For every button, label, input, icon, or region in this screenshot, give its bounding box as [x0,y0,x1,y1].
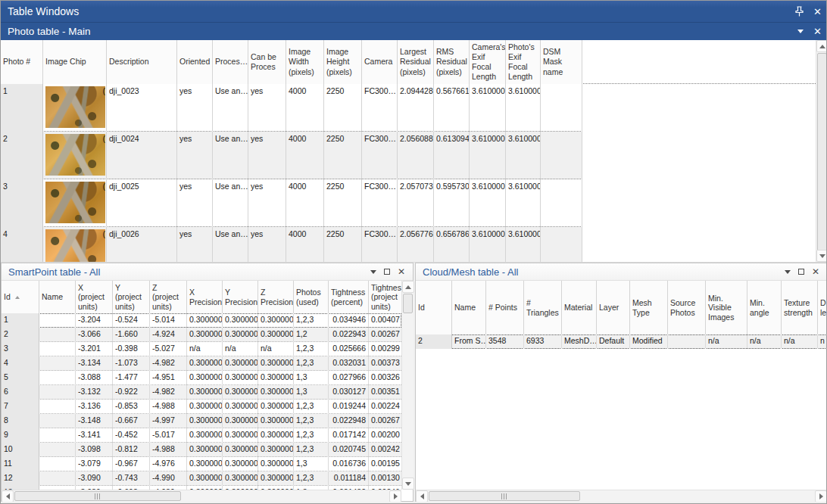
cell[interactable]: 3.610000 [506,84,541,132]
cell[interactable]: 0.300000 [223,313,258,328]
row-header[interactable]: 3 [1,179,43,227]
column-header[interactable]: Tightness (percent) [329,281,369,313]
maximize-icon[interactable] [798,269,804,275]
cell[interactable]: -4.951 [150,371,187,385]
cell[interactable]: 1,3 [294,457,329,471]
cell[interactable]: 0.00373 [369,356,401,371]
cell[interactable]: -3.132 [76,385,113,400]
cell[interactable]: 0.656786 [434,227,470,262]
column-header[interactable]: Min. angle [747,281,782,334]
cell[interactable]: 0.300000 [223,400,258,414]
cell[interactable]: 0.00351 [369,385,401,400]
cell[interactable]: 0.034946 [329,313,369,328]
cell[interactable]: 0.300000 [223,371,258,385]
cell[interactable]: 0.00130 [369,471,401,486]
cell[interactable]: 4000 [286,84,324,132]
cell[interactable]: 0.300000 [258,443,294,457]
cell[interactable]: 0.300000 [223,328,258,342]
row-header[interactable]: 9 [2,428,39,443]
cell[interactable]: -1.477 [113,371,150,385]
cell[interactable]: 0.300000 [223,428,258,443]
cell[interactable]: FC300… [362,84,398,132]
column-header[interactable]: Id [2,281,39,313]
column-header[interactable]: X Precision [187,281,223,313]
cell[interactable]: 1,2,3 [294,313,329,328]
scroll-thumb[interactable] [14,491,181,501]
scroll-thumb[interactable] [403,294,413,313]
row-header[interactable]: 5 [2,371,39,385]
cell[interactable]: 1,2,3 [294,443,329,457]
cell[interactable]: -0.967 [113,457,150,471]
cell[interactable]: 0.300000 [187,313,223,328]
cell[interactable]: 2.057073 [398,179,434,227]
row-header[interactable]: 4 [1,227,43,262]
chevron-down-icon[interactable] [785,270,791,274]
row-header[interactable]: 1 [2,313,39,328]
column-header[interactable]: Layer [597,281,630,334]
cell[interactable] [39,428,76,443]
column-header[interactable]: Y (project units) [113,281,150,313]
row-header[interactable]: 4 [2,356,39,371]
chevron-down-icon[interactable] [370,270,376,274]
column-header[interactable]: Oriented [177,40,213,84]
scroll-down-button[interactable] [402,478,414,490]
row-header[interactable]: 11 [2,457,39,471]
pin-icon[interactable] [795,6,804,17]
cell[interactable]: -0.398 [113,342,150,356]
scroll-thumb[interactable] [817,53,827,256]
column-header[interactable]: Proces… [213,40,248,84]
cell[interactable] [39,471,76,486]
cell[interactable]: 0.300000 [258,400,294,414]
cell[interactable]: 0.020745 [329,443,369,457]
cell[interactable]: n/a [706,334,747,349]
scroll-right-button[interactable] [389,490,401,502]
scroll-right-button[interactable] [815,490,827,502]
cell[interactable]: -3.148 [76,414,113,428]
cell[interactable]: -3.088 [76,371,113,385]
cell[interactable]: -4.976 [150,457,187,471]
cell[interactable]: 0.00242 [369,443,401,457]
cell[interactable]: -4.997 [150,414,187,428]
cell[interactable]: 0.00299 [369,342,401,356]
column-header[interactable]: # Triangles [524,281,562,334]
cell[interactable]: -3.141 [76,428,113,443]
column-header[interactable]: RMS Residual (pixels) [434,40,470,84]
row-header[interactable]: 1 [1,84,43,132]
cell[interactable]: 2250 [324,84,362,132]
cell[interactable] [668,334,706,349]
column-header[interactable]: Mesh Type [630,281,668,334]
cell[interactable]: Use an… [213,132,248,179]
column-header[interactable]: Image Chip [43,40,107,84]
cell[interactable]: -4.982 [150,356,187,371]
cell[interactable]: -5.017 [150,428,187,443]
cell[interactable]: 0.025666 [329,342,369,356]
cell[interactable]: -0.524 [113,313,150,328]
row-header[interactable]: 2 [1,132,43,179]
cell[interactable]: 0.300000 [258,328,294,342]
cell[interactable]: 0.300000 [258,385,294,400]
close-icon[interactable]: ✕ [398,267,405,276]
cell[interactable] [541,179,582,227]
cell[interactable]: 0.017142 [329,428,369,443]
cell[interactable]: 0.300000 [187,471,223,486]
row-header[interactable]: 10 [2,443,39,457]
cell[interactable]: 3.610000 [506,227,541,262]
column-header[interactable]: Z (project units) [150,281,187,313]
scroll-thumb[interactable] [429,491,580,501]
cell[interactable]: From S… [452,334,486,349]
cell[interactable]: -1.660 [113,328,150,342]
cell[interactable]: -0.452 [113,428,150,443]
cell[interactable]: -4.982 [150,385,187,400]
cell[interactable]: -3.098 [76,443,113,457]
cell[interactable]: 0.300000 [187,443,223,457]
cell[interactable]: Use an… [213,227,248,262]
cell[interactable]: ( [43,179,107,227]
cell[interactable]: 0.00407 [369,313,401,328]
smartpoint-vscrollbar[interactable] [401,281,414,490]
column-header[interactable]: Tightness (project units) [369,281,401,313]
cell[interactable]: n/a [782,334,818,349]
cell[interactable]: 0.300000 [187,328,223,342]
scroll-down-button[interactable] [816,250,827,262]
cell[interactable]: 0.300000 [258,428,294,443]
cloudmesh-titlebar[interactable]: Cloud/Mesh table - All ✕ [416,263,827,281]
